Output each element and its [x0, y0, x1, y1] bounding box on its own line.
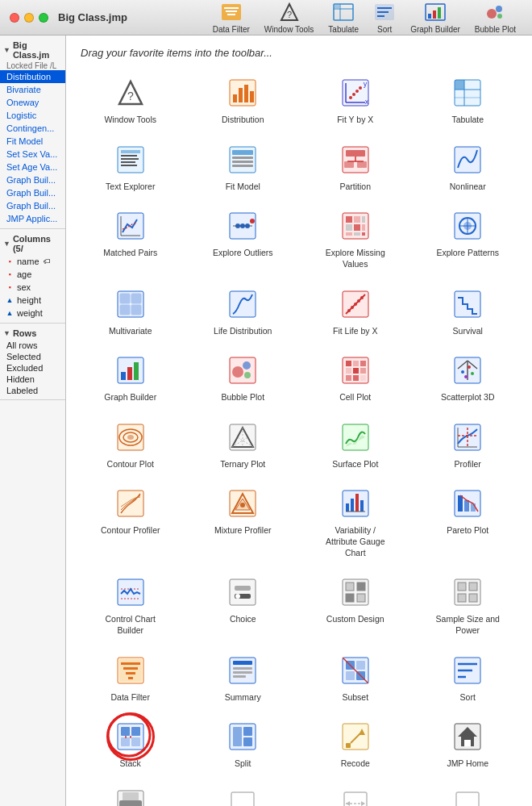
scatterplot-3d-icon — [450, 353, 485, 388]
grid-contour-plot[interactable]: Contour Plot — [74, 411, 187, 478]
svg-rect-50 — [232, 157, 253, 159]
grid-custom-design[interactable]: Custom Design — [299, 566, 412, 644]
grid-fit-life-by-x-label: Fit Life by X — [333, 326, 377, 337]
grid-text-explorer[interactable]: Text Explorer — [74, 134, 187, 201]
grid-window-tools[interactable]: ? Window Tools — [74, 67, 187, 134]
minimize-button[interactable] — [24, 13, 34, 23]
grid-flexible-space[interactable]: Flexible Space — [299, 778, 412, 806]
svg-rect-177 — [128, 677, 133, 679]
toolbar-tabulate[interactable]: Tabulate — [322, 0, 365, 37]
grid-space1[interactable]: Space — [187, 778, 300, 806]
grid-ternary-plot[interactable]: Ternary Plot — [187, 411, 300, 478]
grid-distribution[interactable]: Distribution — [187, 67, 300, 134]
svg-rect-194 — [121, 727, 130, 736]
svg-rect-171 — [469, 594, 477, 602]
grid-print[interactable]: Print — [74, 778, 187, 806]
grid-choice[interactable]: Choice — [187, 566, 300, 644]
sidebar-item-graph3[interactable]: Graph Buil... — [0, 199, 65, 212]
grid-data-filter[interactable]: Data Filter — [74, 645, 187, 712]
sidebar-item-oneway[interactable]: Oneway — [0, 96, 65, 109]
sidebar-item-graph2[interactable]: Graph Buil... — [0, 186, 65, 199]
grid-tabulate[interactable]: Tabulate — [412, 67, 525, 134]
grid-sort-label: Sort — [460, 692, 476, 704]
grid-variability-gauge[interactable]: Variability / Attribute Gauge Chart — [299, 478, 412, 566]
sidebar-item-jmp-applic[interactable]: JMP Applic... — [0, 212, 65, 225]
sidebar-item-logistic[interactable]: Logistic — [0, 109, 65, 122]
svg-rect-175 — [123, 667, 138, 670]
grid-profiler[interactable]: Profiler — [412, 411, 525, 478]
close-button[interactable] — [10, 13, 19, 23]
rows-header[interactable]: ▼ Rows — [0, 327, 65, 340]
sidebar-item-distribution[interactable]: Distribution — [0, 70, 65, 83]
grid-matched-pairs[interactable]: Matched Pairs — [74, 200, 187, 278]
toolbar-data-filter[interactable]: Data Filter — [206, 0, 256, 37]
grid-graph-builder[interactable]: Graph Builder — [74, 345, 187, 411]
sidebar-item-set-age[interactable]: Set Age Va... — [0, 161, 65, 173]
grid-summary[interactable]: Summary — [187, 645, 300, 712]
toolbar-graph-builder[interactable]: Graph Builder — [404, 0, 467, 37]
grid-summary-label: Summary — [225, 692, 261, 704]
svg-rect-71 — [346, 216, 352, 223]
grid-split[interactable]: Split — [187, 711, 300, 778]
sidebar-item-graph1[interactable]: Graph Buil... — [0, 173, 65, 186]
grid-partition[interactable]: Partition — [299, 134, 412, 201]
svg-rect-89 — [131, 305, 141, 315]
grid-surface-plot[interactable]: Surface Plot — [299, 411, 412, 478]
profiler-icon — [450, 420, 485, 455]
grid-stack[interactable]: Stack — [74, 711, 187, 778]
subset-icon — [338, 653, 373, 688]
grid-pareto-plot[interactable]: Pareto Plot — [412, 478, 525, 566]
grid-stack-label: Stack — [120, 758, 141, 770]
grid-fit-model[interactable]: Fit Model — [187, 134, 300, 201]
grid-sort[interactable]: Sort — [412, 645, 525, 712]
toolbar-bubble-plot[interactable]: Bubble Plot — [468, 0, 522, 37]
svg-point-20 — [497, 14, 502, 19]
toolbar-sort[interactable]: Sort — [367, 0, 402, 37]
sidebar-item-fit-model[interactable]: Fit Model — [0, 135, 65, 148]
svg-rect-108 — [346, 361, 351, 366]
grid-cell-plot[interactable]: Cell Plot — [299, 345, 412, 411]
svg-rect-146 — [346, 503, 349, 512]
toolbar-window-tools[interactable]: ? Window Tools — [258, 0, 321, 37]
columns-header[interactable]: ▼ Columns (5/ — [0, 232, 65, 255]
grid-subset[interactable]: Subset — [299, 645, 412, 712]
svg-rect-9 — [335, 5, 339, 8]
grid-survival[interactable]: Survival — [412, 278, 525, 345]
grid-space2[interactable]: Space — [412, 778, 525, 806]
svg-point-144 — [240, 503, 245, 507]
grid-nonlinear[interactable]: Nonlinear — [412, 134, 525, 201]
grid-explore-patterns[interactable]: Explore Patterns — [412, 200, 525, 278]
grid-multivariate[interactable]: Multivariate — [74, 278, 187, 345]
file-header[interactable]: ▼ Big Class.jm — [0, 39, 65, 61]
grid-jmp-home[interactable]: JMP Home — [412, 711, 525, 778]
grid-control-chart-builder[interactable]: Control Chart Builder — [74, 566, 187, 644]
grid-fit-y-by-x[interactable]: y x Fit Y by X — [299, 67, 412, 134]
col-sex: ▪ sex — [0, 281, 65, 294]
explore-outliers-icon — [225, 208, 260, 244]
svg-rect-112 — [353, 368, 359, 374]
ternary-plot-icon — [225, 420, 260, 455]
svg-rect-204 — [346, 743, 351, 748]
grid-explore-outliers[interactable]: Explore Outliers — [187, 200, 300, 278]
grid-mixture-profiler[interactable]: Mixture Profiler — [187, 478, 300, 566]
file-header-label: Big Class.jm — [13, 40, 62, 60]
sidebar-item-contingency[interactable]: Contingen... — [0, 122, 65, 135]
sidebar-item-set-sex[interactable]: Set Sex Va... — [0, 148, 65, 161]
bubble-plot-icon — [225, 353, 260, 388]
sidebar-item-bivariate[interactable]: Bivariate — [0, 83, 65, 96]
grid-fit-life-by-x[interactable]: Fit Life by X — [299, 278, 412, 345]
grid-fit-model-label: Fit Model — [226, 182, 260, 193]
grid-recode[interactable]: Recode — [299, 711, 412, 778]
maximize-button[interactable] — [39, 13, 48, 23]
grid-life-distribution[interactable]: Life Distribution — [187, 278, 300, 345]
grid-cell-plot-label: Cell Plot — [339, 392, 371, 403]
grid-explore-missing[interactable]: Explore Missing Values — [299, 200, 412, 278]
grid-scatterplot-3d[interactable]: Scatterplot 3D — [412, 345, 525, 411]
row-selected: Selected — [0, 351, 65, 362]
svg-rect-17 — [438, 7, 441, 19]
svg-point-34 — [352, 93, 355, 96]
grid-contour-profiler[interactable]: Contour Profiler — [74, 478, 187, 566]
grid-bubble-plot[interactable]: Bubble Plot — [187, 345, 300, 411]
grid-sample-size-power[interactable]: Sample Size and Power — [412, 566, 525, 644]
svg-rect-186 — [346, 671, 355, 680]
